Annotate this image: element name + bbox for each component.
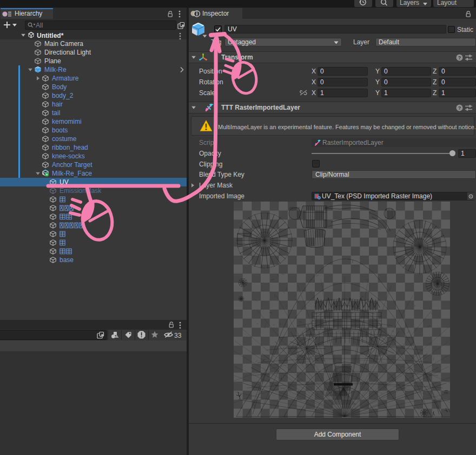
svg-text:?: ? xyxy=(458,105,461,111)
svg-text:?: ? xyxy=(458,55,461,61)
